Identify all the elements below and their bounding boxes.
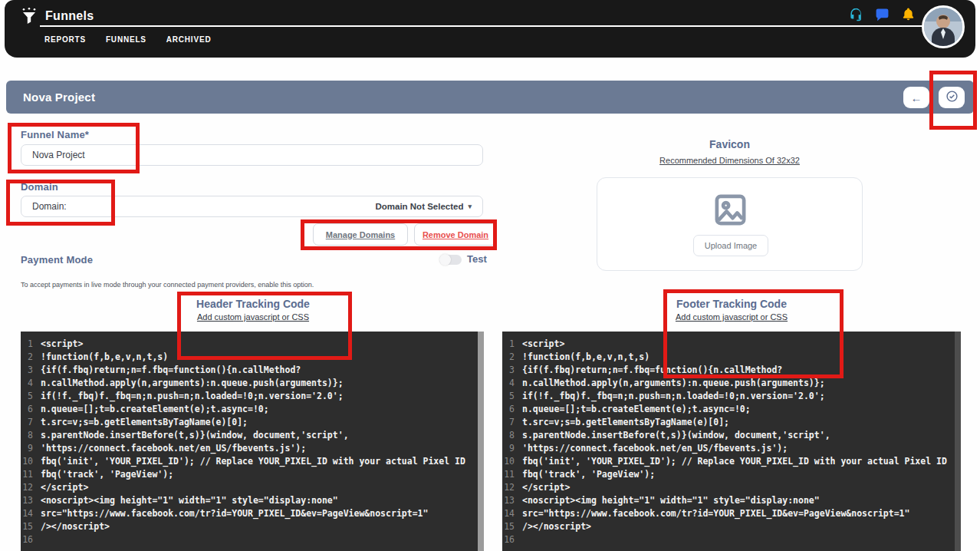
domain-field-prefix: Domain: bbox=[32, 201, 67, 212]
test-toggle-label: Test bbox=[467, 253, 487, 265]
nav-tab-funnels[interactable]: FUNNELS bbox=[106, 35, 146, 44]
main-nav: REPORTS FUNNELS ARCHIVED bbox=[44, 35, 211, 44]
save-button[interactable] bbox=[939, 87, 965, 108]
header-icon-group bbox=[849, 7, 916, 21]
user-avatar[interactable] bbox=[922, 5, 965, 48]
upload-image-button[interactable]: Upload Image bbox=[693, 235, 768, 256]
domain-selected-value: Domain Not Selected bbox=[375, 202, 463, 211]
back-arrow-icon: ← bbox=[911, 91, 922, 104]
page-banner: Nova Project ← bbox=[6, 81, 974, 114]
header-tracking-title: Header Tracking Code bbox=[176, 298, 331, 310]
footer-tracking-custom-link[interactable]: Add custom javascript or CSS bbox=[654, 312, 809, 322]
chevron-down-icon: ▾ bbox=[468, 203, 472, 210]
header-tracking-custom-link[interactable]: Add custom javascript or CSS bbox=[176, 312, 331, 322]
toggle-knob bbox=[439, 254, 451, 266]
funnel-name-input[interactable]: Nova Project bbox=[21, 144, 483, 166]
domain-input[interactable]: Domain: Domain Not Selected ▾ bbox=[21, 196, 483, 217]
editor-scrollbar[interactable] bbox=[955, 332, 961, 551]
payment-mode-description: To accept payments in live mode through … bbox=[21, 281, 314, 289]
domain-select[interactable]: Domain Not Selected ▾ bbox=[375, 202, 472, 211]
app-header: Funnels REPORTS FUNNELS ARCHIVED bbox=[5, 0, 975, 58]
app-title: Funnels bbox=[45, 9, 94, 23]
back-button[interactable]: ← bbox=[903, 87, 929, 108]
funnel-settings-page: Funnels REPORTS FUNNELS ARCHIVED bbox=[0, 0, 980, 551]
check-circle-icon bbox=[945, 90, 959, 105]
remove-domain-button[interactable]: Remove Domain bbox=[414, 223, 497, 246]
funnel-logo-icon bbox=[20, 7, 38, 25]
favicon-title: Favicon bbox=[597, 138, 863, 150]
header-divider bbox=[40, 25, 928, 27]
favicon-dimensions-hint: Recommended Dimensions Of 32x32 bbox=[597, 156, 863, 165]
nav-tab-archived[interactable]: ARCHIVED bbox=[166, 35, 212, 44]
image-placeholder-icon bbox=[712, 192, 748, 231]
page-title: Nova Project bbox=[23, 91, 95, 104]
funnel-name-label: Funnel Name* bbox=[21, 129, 89, 140]
app-logo: Funnels bbox=[20, 7, 94, 25]
domain-label: Domain bbox=[21, 181, 58, 193]
footer-tracking-title: Footer Tracking Code bbox=[654, 298, 809, 310]
test-mode-toggle[interactable] bbox=[439, 255, 462, 265]
notifications-bell-icon[interactable] bbox=[901, 7, 916, 21]
favicon-upload-card: Upload Image bbox=[597, 177, 863, 271]
nav-tab-reports[interactable]: REPORTS bbox=[44, 35, 86, 44]
footer-tracking-code-editor[interactable]: 1<script>2!function(f,b,e,v,n,t,s)3{if(f… bbox=[502, 332, 961, 551]
chat-bubble-icon[interactable] bbox=[875, 7, 890, 21]
editor-scrollbar[interactable] bbox=[478, 332, 484, 551]
payment-mode-label: Payment Mode bbox=[21, 254, 93, 266]
funnel-name-value: Nova Project bbox=[32, 150, 85, 160]
header-tracking-code-editor[interactable]: 1<script>2!function(f,b,e,v,n,t,s)3{if(f… bbox=[21, 332, 484, 551]
support-headset-icon[interactable] bbox=[849, 7, 863, 21]
manage-domains-button[interactable]: Manage Domains bbox=[313, 223, 408, 246]
